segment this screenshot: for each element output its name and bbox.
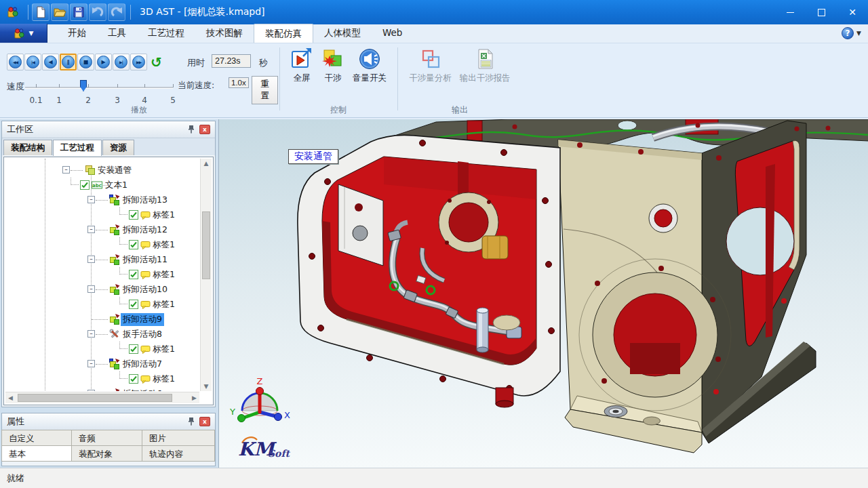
checkbox-checked-icon[interactable] bbox=[129, 300, 138, 309]
tree-item-label[interactable]: 扳手活动8 bbox=[121, 328, 164, 341]
scroll-right-icon[interactable]: ▶ bbox=[192, 394, 197, 401]
pin-icon[interactable] bbox=[187, 125, 195, 134]
properties-close-button[interactable]: x bbox=[199, 417, 210, 426]
tree-vscroll-thumb[interactable] bbox=[202, 211, 210, 279]
viewport-3d[interactable]: Z X Y KM Soft 安装通管 bbox=[218, 119, 868, 468]
help-icon[interactable]: ? bbox=[842, 27, 854, 39]
speed-slider-thumb[interactable] bbox=[80, 80, 87, 92]
tree-item-label[interactable]: 拆卸活动9 bbox=[121, 313, 164, 326]
properties-tab-自定义[interactable]: 自定义 bbox=[1, 430, 72, 446]
playback-pause-button[interactable]: ∥ bbox=[60, 54, 77, 70]
tree-item-标签1[interactable]: 标签1 bbox=[5, 267, 199, 282]
tree-item-拆卸活动11[interactable]: –拆卸活动11 bbox=[5, 252, 199, 267]
current-speed-field[interactable] bbox=[229, 77, 249, 88]
save-icon[interactable] bbox=[70, 3, 87, 21]
tree-item-标签1[interactable]: 标签1 bbox=[5, 342, 199, 357]
playback-replay-button[interactable]: ↻ bbox=[148, 54, 165, 70]
minimize-button[interactable] bbox=[774, 0, 806, 24]
tree-item-label[interactable]: 标签1 bbox=[151, 343, 177, 356]
scroll-down-icon[interactable]: ▼ bbox=[201, 383, 212, 390]
fullscreen-button[interactable]: 全屏 bbox=[288, 46, 316, 85]
workspace-tab-3[interactable]: 资源 bbox=[102, 140, 134, 155]
maximize-button[interactable] bbox=[806, 0, 837, 24]
tree-item-label[interactable]: 标签1 bbox=[151, 209, 177, 222]
tree-item-label[interactable]: 拆卸活动12 bbox=[121, 224, 170, 237]
playback-fast-forward-button[interactable]: ▶▶ bbox=[130, 54, 147, 70]
workspace-tab-2[interactable]: 工艺过程 bbox=[53, 140, 102, 156]
ribbon-tab-1[interactable]: 开始 bbox=[57, 24, 97, 43]
ribbon-tab-7[interactable]: Web bbox=[372, 24, 413, 43]
tree-expander-icon[interactable]: – bbox=[87, 256, 95, 263]
tree-item-拆卸活动12[interactable]: –拆卸活动12 bbox=[5, 222, 199, 237]
tree-hscroll-thumb[interactable] bbox=[18, 394, 172, 402]
close-button[interactable]: ✕ bbox=[837, 0, 868, 24]
new-document-icon[interactable] bbox=[32, 3, 50, 21]
scroll-left-icon[interactable]: ◀ bbox=[8, 394, 13, 401]
tree-item-拆卸活动13[interactable]: –拆卸活动13 bbox=[5, 192, 199, 207]
tree-item-标签1[interactable]: 标签1 bbox=[5, 297, 199, 312]
tree-item-拆卸活动7[interactable]: –拆卸活动7 bbox=[5, 357, 199, 371]
chevron-down-icon[interactable]: ▼ bbox=[856, 30, 861, 37]
playback-rewind-button[interactable]: ◀◀ bbox=[7, 54, 24, 70]
tree-item-标签1[interactable]: 标签1 bbox=[5, 371, 199, 386]
tree-item-label[interactable]: 拆卸活动10 bbox=[121, 283, 170, 296]
elapsed-time-field[interactable] bbox=[212, 54, 251, 68]
checkbox-checked-icon[interactable] bbox=[129, 344, 138, 354]
speed-slider-track[interactable] bbox=[25, 87, 173, 89]
redo-icon[interactable] bbox=[108, 3, 125, 21]
tree-expander-icon[interactable]: – bbox=[62, 166, 70, 174]
tree-item-标签1[interactable]: 标签1 bbox=[5, 207, 199, 222]
properties-tab-图片[interactable]: 图片 bbox=[142, 430, 215, 446]
checkbox-checked-icon[interactable] bbox=[129, 240, 138, 249]
tree-item-label[interactable]: 标签1 bbox=[151, 373, 177, 386]
tree-item-label[interactable]: 标签1 bbox=[151, 268, 177, 281]
playback-play-button[interactable]: ▶ bbox=[95, 54, 112, 70]
scroll-up-icon[interactable]: ▲ bbox=[201, 160, 212, 167]
ribbon-tab-5[interactable]: 装配仿真 bbox=[254, 24, 313, 43]
tree-expander-icon[interactable]: – bbox=[87, 196, 95, 203]
undo-icon[interactable] bbox=[89, 3, 106, 21]
tree-item-文本1[interactable]: abc文本1 bbox=[5, 178, 199, 192]
tree-item-label[interactable]: 拆卸活动6 bbox=[121, 388, 164, 391]
checkbox-checked-icon[interactable] bbox=[129, 210, 138, 220]
open-folder-icon[interactable] bbox=[51, 3, 68, 21]
checkbox-checked-icon[interactable] bbox=[129, 374, 138, 384]
ribbon-tab-3[interactable]: 工艺过程 bbox=[137, 24, 195, 43]
tree-expander-icon[interactable]: – bbox=[87, 360, 95, 367]
tree-horizontal-scrollbar[interactable]: ◀ ▶ bbox=[5, 392, 199, 403]
tree-expander-icon[interactable]: – bbox=[87, 226, 95, 233]
tree-item-扳手活动8[interactable]: –扳手活动8 bbox=[5, 327, 199, 342]
tree-item-label[interactable]: 拆卸活动11 bbox=[121, 253, 170, 266]
tree-item-label[interactable]: 文本1 bbox=[103, 179, 130, 192]
pin-icon[interactable] bbox=[187, 417, 195, 426]
tree-item-拆卸活动6[interactable]: –拆卸活动6 bbox=[5, 386, 199, 391]
reset-button[interactable]: 重置 bbox=[252, 76, 278, 104]
tree-item-label[interactable]: 拆卸活动7 bbox=[121, 358, 164, 371]
properties-tab-音频[interactable]: 音频 bbox=[71, 430, 142, 446]
playback-skip-to-end-button[interactable]: ▶| bbox=[113, 54, 130, 70]
tree-item-label[interactable]: 拆卸活动13 bbox=[121, 194, 170, 207]
playback-step-back-button[interactable]: ◀ bbox=[42, 54, 59, 70]
tree-item-拆卸活动9[interactable]: 拆卸活动9 bbox=[5, 312, 199, 327]
tree-vertical-scrollbar[interactable]: ▲ ▼ bbox=[200, 159, 212, 391]
checkbox-checked-icon[interactable] bbox=[80, 180, 90, 190]
tree-expander-icon[interactable]: – bbox=[87, 390, 95, 391]
playback-stop-button[interactable]: ■ bbox=[77, 54, 94, 70]
tree-item-标签1[interactable]: 标签1 bbox=[5, 237, 199, 252]
volume-button[interactable]: 音量开关 bbox=[350, 46, 389, 85]
ribbon-tab-2[interactable]: 工具 bbox=[97, 24, 137, 43]
workspace-close-button[interactable]: x bbox=[199, 125, 210, 134]
app-menu-button[interactable]: ▼ bbox=[0, 24, 47, 43]
tree-expander-icon[interactable]: – bbox=[87, 330, 95, 338]
playback-skip-to-start-button[interactable]: |◀ bbox=[24, 54, 41, 70]
ribbon-tab-6[interactable]: 人体模型 bbox=[313, 24, 372, 43]
tree-expander-icon[interactable]: – bbox=[87, 285, 95, 293]
properties-tab-轨迹内容[interactable]: 轨迹内容 bbox=[142, 445, 215, 462]
checkbox-checked-icon[interactable] bbox=[129, 270, 138, 279]
properties-tab-装配对象[interactable]: 装配对象 bbox=[71, 445, 142, 462]
tree-item-拆卸活动10[interactable]: –拆卸活动10 bbox=[5, 282, 199, 297]
tree-item-label[interactable]: 标签1 bbox=[151, 239, 177, 251]
tree-item-label[interactable]: 安装通管 bbox=[96, 164, 134, 177]
interference-button[interactable]: 干涉 bbox=[319, 46, 347, 85]
properties-tab-基本[interactable]: 基本 bbox=[1, 445, 72, 462]
